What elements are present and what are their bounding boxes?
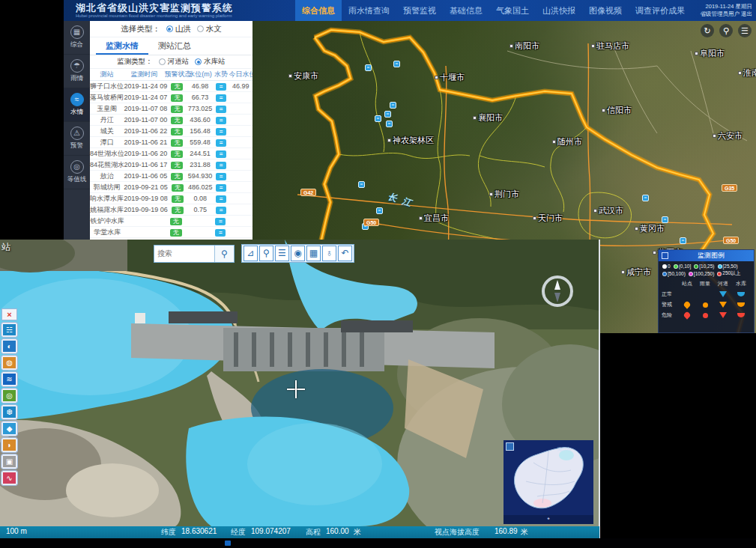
ripple-icon[interactable]: ≋ [1, 372, 17, 386]
table-header: 测站 监测时间 预警状态 水位(m) 水势 今日水位(m) [90, 69, 252, 81]
legend-shape-icon [683, 311, 691, 319]
trend-icon: = [215, 229, 226, 237]
chart-image-icon[interactable]: ▦ [306, 246, 321, 261]
sidebar-item[interactable]: ≈ 水情 [64, 88, 90, 122]
water-level: 156.48 [187, 127, 214, 135]
scale-dot-icon [674, 264, 678, 269]
refresh-icon[interactable]: ↻ [701, 24, 714, 37]
trend-icon: = [216, 94, 226, 102]
station-marker-icon[interactable] [376, 207, 383, 214]
table-row[interactable]: 铁炉冲水库 无 = [90, 216, 252, 227]
legend-collapse-icon[interactable] [662, 252, 668, 259]
radio-icon[interactable] [197, 25, 204, 32]
table-row[interactable]: 潭口 2019-11-06 21 无 559.48 = [90, 137, 252, 148]
city-name: 咸宁市 [626, 267, 651, 278]
nav-item[interactable]: 调查评价成果 [629, 0, 692, 21]
legend-shape-icon [737, 292, 745, 296]
legend-shape-icon [719, 312, 727, 318]
column-header[interactable]: 今日水位(m) [229, 70, 252, 79]
table-row[interactable]: 狮子口水位... 2019-11-24 09 无 46.98 = 46.99 [90, 81, 252, 92]
radio-icon[interactable] [159, 58, 166, 65]
monitor-radio[interactable]: 水库站 [189, 57, 226, 67]
table-row[interactable]: 响水潭水库(... 2019-09-19 08 无 0.08 = [90, 193, 252, 204]
station-marker-icon[interactable] [375, 115, 381, 122]
layers-icon[interactable]: ☰ [738, 24, 752, 37]
compass[interactable] [542, 275, 573, 307]
sediment-icon[interactable]: ◗ [1, 438, 17, 452]
nav-item[interactable]: 综合信息 [295, 0, 342, 21]
filter-radio[interactable]: 山洪 [160, 24, 191, 34]
sidebar-item[interactable]: ◎ 等值线 [64, 156, 90, 189]
radio-icon[interactable] [166, 25, 173, 32]
station-marker-icon[interactable] [384, 111, 391, 118]
nav-item[interactable]: 图像视频 [582, 0, 629, 21]
water-level: 594.930 [187, 172, 214, 180]
monitor-radio[interactable]: 河道站 [153, 57, 190, 67]
column-header[interactable]: 监测时间 [124, 70, 164, 79]
station-marker-icon[interactable] [680, 237, 686, 244]
city-marker-icon [552, 140, 556, 144]
station-marker-icon[interactable] [662, 216, 668, 223]
radio-icon[interactable] [195, 58, 202, 65]
overview-map[interactable]: 海口市 [504, 440, 593, 515]
whirl-icon[interactable]: ◐ [1, 339, 17, 353]
scene-search-toolbar: ⚲ ⊿ ⚲ ☰ ◉ ▦ ♁ ↶ [154, 244, 354, 263]
station-marker-icon[interactable] [393, 61, 400, 67]
column-header[interactable]: 测站 [90, 70, 124, 79]
station-marker-icon[interactable] [390, 102, 396, 109]
flood-wave-icon[interactable]: ☵ [1, 323, 17, 337]
table-row[interactable]: 学堂水库 无 = [90, 227, 252, 238]
sidebar-item[interactable]: ▦ 综合 [64, 21, 90, 55]
globe-icon[interactable]: ♁ [322, 246, 336, 261]
water-area-icon[interactable]: ◆ [1, 421, 17, 436]
table-row[interactable]: 84花熊湖水... 2019-11-06 17 无 231.88 = [90, 159, 252, 171]
sidebar-item[interactable]: ☂ 雨情 [64, 55, 90, 88]
viewport-icon[interactable]: ▣ [1, 454, 17, 469]
streetview-icon[interactable]: ⚲ [259, 246, 273, 261]
column-header[interactable]: 水位(m) [187, 70, 214, 79]
nav-item[interactable]: 预警监视 [396, 0, 443, 21]
nav-item[interactable]: 基础信息 [443, 0, 489, 21]
table-row[interactable]: 姚福露水库(... 2019-09-19 06 无 0.75 = [90, 204, 252, 216]
close-toolbar-icon[interactable]: × [1, 308, 17, 320]
nav-item[interactable]: 山洪快报 [536, 0, 582, 21]
station-marker-icon[interactable] [642, 195, 649, 201]
nav-item[interactable]: 雨水情查询 [342, 0, 396, 21]
station-marker-icon[interactable] [365, 64, 372, 71]
search-button[interactable]: ⚲ [214, 246, 234, 262]
table-row[interactable]: 落马坡桥闸... 2019-11-24 07 无 66.73 = [90, 92, 252, 103]
monitor-time: 2019-11-06 05 [124, 172, 167, 180]
logout-link[interactable]: 退出 [741, 10, 752, 17]
elevation-value: 160.00 [326, 527, 349, 535]
table-row[interactable]: 敖治 2019-11-06 05 无 594.930 = [90, 171, 252, 182]
table-row[interactable]: 郭城坊闸 2019-09-21 05 无 486.025 = [90, 182, 252, 193]
search-icon[interactable]: ⚲ [719, 24, 733, 37]
table-row[interactable]: 84世湖水位... 2019-11-06 20 无 244.51 = [90, 148, 252, 159]
filter-radio[interactable]: 水文 [191, 24, 222, 34]
station-marker-icon[interactable] [358, 181, 365, 188]
list-icon[interactable]: ☰ [275, 246, 289, 261]
eye-icon[interactable]: ◉ [291, 246, 305, 261]
target-icon[interactable]: ◎ [1, 389, 17, 403]
profile-icon[interactable]: ∿ [1, 471, 17, 485]
sidebar-item[interactable]: ⚠ 预警 [64, 122, 90, 156]
scene-3d-window[interactable]: 站 ⚲ ⊿ ⚲ ☰ ◉ ▦ ♁ [0, 240, 599, 526]
station-marker-icon[interactable] [386, 121, 393, 127]
inset-home-icon[interactable] [506, 442, 514, 451]
panel-tab[interactable]: 测站汇总 [148, 37, 201, 55]
column-header[interactable]: 预警状态 [165, 70, 187, 79]
typhoon-icon[interactable]: ◍ [1, 356, 17, 370]
table-row[interactable]: 玉皇阁 2019-11-07 08 无 773.025 = [90, 103, 252, 115]
measure-icon[interactable]: ⊿ [244, 246, 258, 261]
splash-icon[interactable]: ❆ [1, 405, 17, 419]
legend-panel: 监测图例 0 (0,10] [10,25) [658, 249, 755, 333]
panel-tab[interactable]: 监测水情 [96, 37, 148, 55]
table-row[interactable]: 丹江 2019-11-07 00 无 436.60 = [90, 115, 252, 126]
column-header[interactable]: 水势 [214, 70, 229, 79]
undo-icon[interactable]: ↶ [338, 246, 352, 261]
nav-item[interactable]: 气象国土 [489, 0, 536, 21]
table-row[interactable]: 城关 2019-11-06 22 无 156.48 = [90, 126, 252, 137]
search-input[interactable] [154, 246, 214, 262]
station-name: 城关 [90, 127, 124, 136]
scale-dot-icon [662, 264, 667, 269]
